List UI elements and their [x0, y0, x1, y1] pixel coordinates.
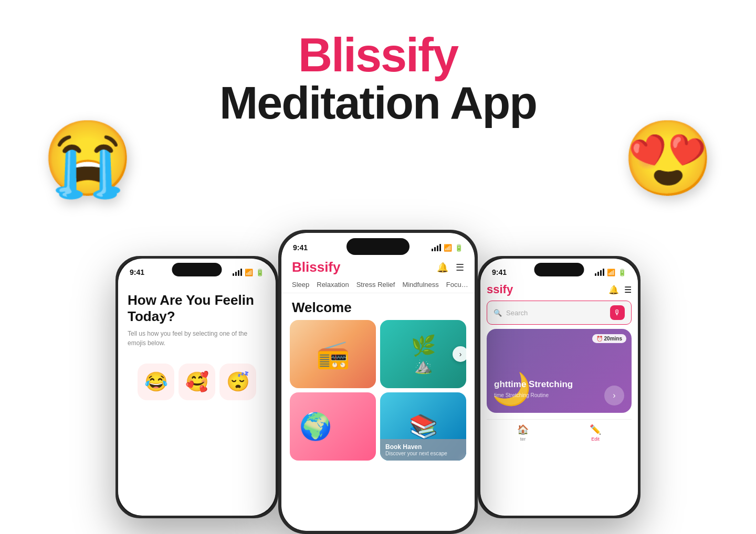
right-phone: 9:41 📶 🔋 ssify 🔔 ☰	[478, 256, 640, 518]
emoji-option-2[interactable]: 🥰	[178, 364, 215, 400]
left-phone: 9:41 📶 🔋 How Are You Feelin Today? Tell …	[116, 256, 278, 518]
app-subtitle: Meditation App	[219, 79, 537, 127]
dynamic-island-center	[346, 238, 410, 255]
tab-relaxation[interactable]: Relaxation	[317, 281, 349, 289]
card-title-right: ghttime Stretching	[494, 379, 603, 390]
right-app-logo: ssify	[487, 283, 513, 296]
globe-illustration: 🌍	[299, 411, 332, 442]
duration-badge: ⏰ 20mins	[592, 334, 626, 343]
battery-icon-center: 🔋	[455, 244, 463, 252]
card-pink[interactable]: 🌍	[290, 392, 376, 461]
card-teal[interactable]: 🌿 ⛰️ ›	[380, 320, 466, 388]
menu-icon-right[interactable]: ☰	[624, 285, 632, 295]
bottom-tab-home[interactable]: 🏠 ter	[517, 424, 529, 442]
wifi-icon-left: 📶	[245, 269, 253, 276]
status-icons-right: 📶 🔋	[595, 269, 626, 276]
status-icons-center: 📶 🔋	[432, 244, 463, 252]
right-header-icons: 🔔 ☰	[608, 285, 632, 295]
phones-container: 9:41 📶 🔋 How Are You Feelin Today? Tell …	[116, 204, 640, 534]
mic-button[interactable]: 🎙	[610, 305, 625, 320]
search-bar[interactable]: 🔍 Search 🎙	[487, 301, 632, 325]
tab-focus[interactable]: Focu…	[446, 281, 468, 289]
tab-sleep[interactable]: Sleep	[292, 281, 309, 289]
emoji-option-1[interactable]: 😂	[138, 364, 174, 400]
status-time-right: 9:41	[492, 268, 507, 276]
welcome-heading: Welcome	[281, 293, 475, 320]
play-button[interactable]: ›	[604, 386, 624, 405]
status-time-left: 9:41	[130, 268, 144, 276]
radio-illustration: 📻	[290, 320, 376, 388]
category-tabs[interactable]: Sleep Relaxation Stress Relief Mindfulne…	[281, 279, 475, 293]
book-haven-subtitle: Discover your next escape	[385, 451, 461, 456]
brand-title: Blissify	[298, 31, 458, 79]
cards-grid: 📻 🌿 ⛰️ › 🌍 📚	[281, 320, 475, 461]
book-haven-overlay: Book Haven Discover your next escape	[380, 439, 466, 461]
header-icons-center: 🔔 ☰	[437, 262, 464, 273]
right-app-header: ssify 🔔 ☰	[487, 283, 632, 296]
center-phone: 9:41 📶 🔋 Blissify 🔔 ☰ Slee	[278, 230, 478, 534]
status-icons-left: 📶 🔋	[233, 269, 264, 276]
battery-icon-left: 🔋	[256, 269, 264, 276]
book-haven-title: Book Haven	[385, 443, 461, 451]
question-subtitle: Tell us how you feel by selecting one of…	[128, 329, 266, 348]
tab-stress-relief[interactable]: Stress Relief	[356, 281, 395, 289]
bell-icon-right[interactable]: 🔔	[608, 285, 619, 295]
status-time-center: 9:41	[293, 243, 308, 252]
search-icon: 🔍	[494, 309, 502, 317]
dynamic-island-right	[534, 263, 584, 276]
emoji-option-3[interactable]: 😴	[219, 364, 256, 400]
card-subtitle-right: time Stretching Routine	[494, 392, 549, 398]
app-header-center: Blissify 🔔 ☰	[281, 255, 475, 279]
nighttime-card[interactable]: ⏰ 20mins 🌙 ghttime Stretching time Stret…	[487, 329, 632, 413]
question-heading-left: How Are You Feelin Today?	[128, 292, 266, 325]
bottom-tabs-right: 🏠 ter ✏️ Edit	[487, 419, 632, 446]
emoji-left: 😭	[42, 115, 134, 202]
tab-mindfulness[interactable]: Mindfulness	[402, 281, 438, 289]
menu-icon[interactable]: ☰	[456, 262, 464, 273]
battery-icon-right: 🔋	[618, 269, 626, 276]
emoji-right: 😍	[622, 115, 714, 202]
bottom-tab-edit[interactable]: ✏️ Edit	[590, 424, 601, 442]
search-placeholder-text: Search	[506, 309, 606, 317]
dynamic-island-left	[172, 263, 222, 276]
next-arrow-center[interactable]: ›	[453, 346, 466, 362]
bell-icon[interactable]: 🔔	[437, 262, 448, 273]
wifi-icon-center: 📶	[444, 244, 452, 252]
wifi-icon-right: 📶	[607, 269, 615, 276]
card-book-haven[interactable]: 📚 Book Haven Discover your next escape	[380, 392, 466, 461]
emoji-selector-row: 😂 🥰 😴	[128, 364, 266, 400]
card-radio[interactable]: 📻	[290, 320, 376, 388]
app-logo-center: Blissify	[292, 259, 341, 275]
